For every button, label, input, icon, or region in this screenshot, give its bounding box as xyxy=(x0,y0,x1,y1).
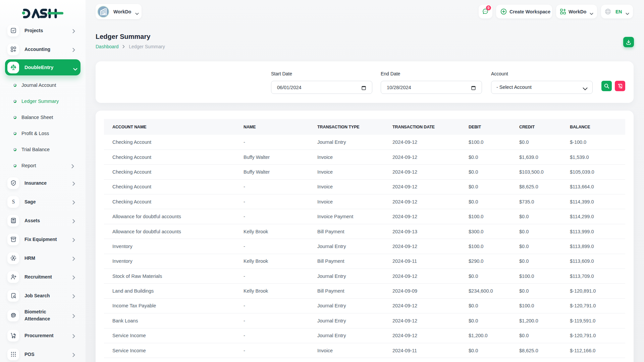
svg-text:S: S xyxy=(12,199,15,204)
